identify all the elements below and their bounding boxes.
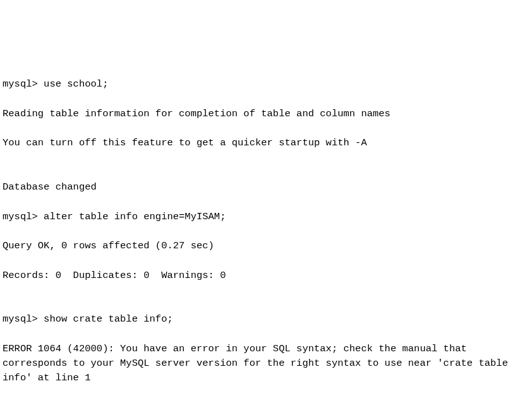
output-line: Query OK, 0 rows affected (0.27 sec)	[3, 239, 529, 253]
output-line: Database changed	[3, 180, 529, 195]
prompt-line: mysql> alter table info engine=MyISAM;	[3, 210, 529, 224]
prompt-line: mysql> use school;	[3, 77, 529, 92]
terminal-output: mysql> use school; Reading table informa…	[3, 63, 529, 398]
output-line: You can turn off this feature to get a q…	[3, 136, 529, 150]
error-line: ERROR 1064 (42000): You have an error in…	[3, 342, 529, 386]
prompt-line: mysql> show crate table info;	[3, 312, 529, 327]
output-line: Reading table information for completion…	[3, 107, 529, 121]
output-line: Records: 0 Duplicates: 0 Warnings: 0	[3, 268, 529, 283]
